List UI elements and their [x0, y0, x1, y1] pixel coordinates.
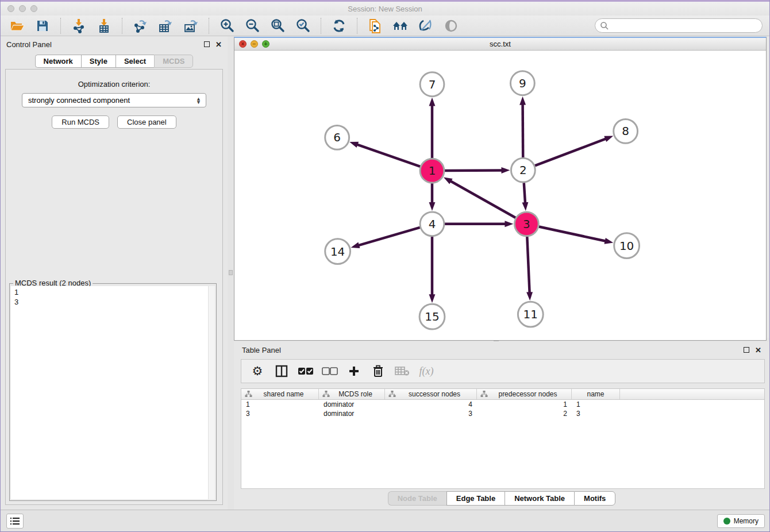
search-input[interactable] — [609, 21, 762, 30]
float-panel-icon[interactable] — [204, 41, 210, 48]
zoom-in-icon[interactable] — [217, 17, 237, 34]
tab-node-table[interactable]: Node Table — [388, 491, 446, 506]
arrowhead — [429, 294, 435, 303]
table-cell[interactable]: 1 — [477, 400, 572, 409]
tab-network[interactable]: Network — [35, 55, 81, 68]
tab-style[interactable]: Style — [81, 55, 116, 68]
result-line: 3 — [14, 297, 211, 307]
table-cell[interactable]: dominator — [319, 409, 385, 418]
edge-1-6[interactable] — [356, 144, 421, 167]
tab-select[interactable]: Select — [116, 55, 154, 68]
node-label-10: 10 — [619, 240, 634, 253]
import-table-icon[interactable] — [94, 17, 114, 34]
float-table-panel-icon[interactable] — [744, 346, 749, 354]
task-history-button[interactable] — [6, 514, 24, 529]
table-cell[interactable]: 3 — [241, 409, 319, 418]
save-session-icon[interactable] — [33, 17, 52, 34]
divider-handle[interactable] — [229, 270, 233, 275]
network-window-titlebar[interactable]: × − + scc.txt — [234, 38, 766, 51]
zoom-selected-icon[interactable] — [293, 17, 313, 34]
column-header-predecessor-nodes[interactable]: predecessor nodes — [477, 389, 572, 399]
mcds-result-list[interactable]: 13 — [11, 286, 215, 499]
table-cell[interactable]: dominator — [319, 400, 385, 409]
table-body: 1dominator4113dominator323 — [241, 400, 764, 418]
import-network-icon[interactable] — [69, 17, 88, 34]
arrowhead — [501, 167, 510, 174]
table-cell[interactable]: 3 — [385, 409, 477, 418]
table-cell[interactable]: 4 — [385, 400, 477, 409]
show-columns-icon[interactable] — [274, 363, 290, 379]
table-row[interactable]: 1dominator411 — [241, 400, 764, 409]
show-hide-graphics-icon[interactable] — [416, 17, 436, 34]
apply-layout-icon[interactable] — [329, 17, 349, 34]
node-label-9: 9 — [519, 77, 526, 90]
table-cell[interactable]: 2 — [477, 409, 572, 418]
edge-2-9[interactable] — [523, 103, 523, 158]
edge-2-3[interactable] — [524, 183, 525, 204]
table-options-gear-icon[interactable]: ⚙ — [249, 363, 265, 379]
edit-column-icon — [322, 391, 330, 398]
zoom-fit-icon[interactable] — [268, 17, 287, 34]
apply-function-icon: f(x) — [418, 363, 434, 379]
unselect-all-columns-icon[interactable] — [322, 363, 338, 379]
edge-1-2[interactable] — [445, 170, 503, 171]
control-panel-tabs: NetworkStyleSelectMCDS — [1, 55, 228, 68]
delete-columns-icon[interactable] — [370, 363, 386, 379]
select-all-columns-icon[interactable] — [298, 363, 314, 379]
window-title: Session: New Session — [1, 5, 769, 13]
open-file-icon[interactable] — [7, 17, 27, 34]
table-cell[interactable]: 1 — [572, 400, 620, 409]
node-label-7: 7 — [429, 78, 436, 91]
export-image-icon[interactable] — [181, 17, 201, 34]
node-label-8: 8 — [622, 125, 629, 138]
node-label-2: 2 — [519, 164, 527, 177]
column-header-shared-name[interactable]: shared name — [241, 389, 319, 399]
export-table-icon[interactable] — [156, 17, 175, 34]
criterion-dropdown[interactable]: strongly connected component ▲▼ — [22, 93, 206, 107]
run-mcds-button[interactable]: Run MCDS — [52, 115, 109, 129]
node-table[interactable]: shared nameMCDS rolesuccessor nodesprede… — [241, 388, 765, 489]
edge-3-1[interactable] — [449, 180, 515, 218]
edge-3-11[interactable] — [527, 237, 529, 294]
memory-status-icon — [723, 518, 730, 525]
network-graph[interactable]: 1234678910111415 — [234, 51, 766, 340]
table-cell[interactable]: 3 — [572, 409, 620, 418]
hide-selected-icon[interactable] — [441, 17, 461, 34]
tab-motifs[interactable]: Motifs — [574, 491, 615, 506]
close-panel-button[interactable]: Close panel — [117, 115, 176, 129]
duplicate-network-icon[interactable] — [365, 17, 385, 34]
close-panel-icon[interactable]: ✕ — [215, 41, 222, 48]
memory-button[interactable]: Memory — [717, 514, 765, 528]
vertical-pane-divider[interactable] — [228, 36, 234, 510]
zoom-out-icon[interactable] — [242, 17, 262, 34]
export-network-icon[interactable] — [130, 17, 150, 34]
edge-4-14[interactable] — [357, 228, 420, 246]
close-table-panel-icon[interactable]: ✕ — [755, 346, 761, 354]
column-header-successor-nodes[interactable]: successor nodes — [385, 389, 477, 399]
table-row[interactable]: 3dominator323 — [241, 409, 764, 418]
title-bar: Session: New Session — [1, 2, 769, 16]
delete-table-icon — [394, 363, 410, 379]
column-header-name[interactable]: name — [572, 389, 620, 399]
edge-2-8[interactable] — [535, 138, 607, 166]
control-panel-title: Control Panel — [6, 40, 52, 49]
tab-mcds[interactable]: MCDS — [154, 55, 193, 68]
table-tabs: Node TableEdge TableNetwork TableMotifs — [234, 491, 769, 506]
result-scrollbar[interactable] — [208, 286, 215, 499]
create-column-icon[interactable] — [346, 363, 362, 379]
arrowhead — [351, 242, 360, 249]
arrowhead — [349, 142, 359, 148]
search-box[interactable] — [595, 18, 763, 33]
network-canvas[interactable]: 1234678910111415 — [234, 51, 766, 340]
node-label-1: 1 — [429, 164, 436, 178]
node-label-15: 15 — [425, 310, 439, 323]
table-cell[interactable]: 1 — [241, 400, 319, 409]
tab-network-table[interactable]: Network Table — [505, 491, 574, 506]
tab-edge-table[interactable]: Edge Table — [446, 491, 505, 506]
edge-3-10[interactable] — [539, 226, 607, 241]
node-label-4: 4 — [429, 218, 436, 231]
network-view-window: × − + scc.txt 1234678910111415 — [234, 37, 767, 341]
column-header-MCDS-role[interactable]: MCDS role — [319, 389, 385, 399]
list-icon — [10, 517, 20, 525]
first-neighbors-icon[interactable] — [391, 17, 410, 34]
